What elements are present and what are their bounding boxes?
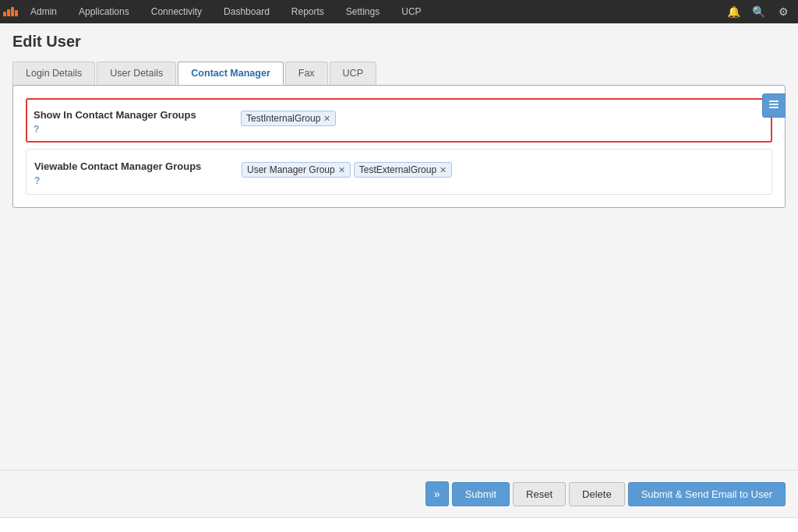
wave3 (11, 7, 14, 16)
gear-icon[interactable]: ⚙ (772, 0, 795, 23)
svg-rect-2 (769, 107, 779, 108)
panel-sidebar-toggle[interactable] (762, 93, 786, 118)
tab-login-details[interactable]: Login Details (12, 62, 95, 85)
wave2 (7, 9, 10, 16)
nav-items: Admin Applications Connectivity Dashboar… (19, 0, 722, 23)
search-icon[interactable]: 🔍 (747, 0, 770, 23)
tab-bar: Login Details User Details Contact Manag… (12, 62, 786, 85)
footer-brand: voxlink Powered by Voxlink FreePBX is a … (0, 517, 798, 532)
viewable-groups-help[interactable]: ? (34, 175, 237, 186)
nav-item-ucp[interactable]: UCP (390, 0, 432, 23)
page-title: Edit User (12, 33, 786, 51)
tag-test-external-label: TestExternalGroup (359, 164, 436, 175)
tag-test-internal-label: TestInternalGroup (246, 113, 320, 124)
footer-actions: » Submit Reset Delete Submit & Send Emai… (0, 470, 798, 517)
reset-button[interactable]: Reset (513, 482, 566, 506)
toggle-button[interactable]: » (425, 481, 449, 506)
tag-user-manager: User Manager Group ✕ (242, 162, 351, 178)
submit-email-button[interactable]: Submit & Send Email to User (628, 482, 786, 506)
tag-user-manager-label: User Manager Group (247, 164, 335, 175)
viewable-groups-row: Viewable Contact Manager Groups ? User M… (26, 149, 772, 195)
nav-right-icons: 🔔 🔍 ⚙ (722, 0, 795, 23)
wave1 (3, 12, 6, 16)
nav-item-settings[interactable]: Settings (335, 0, 390, 23)
nav-item-admin[interactable]: Admin (19, 0, 68, 23)
nav-item-connectivity[interactable]: Connectivity (140, 0, 213, 23)
tab-panel-contact-manager: Show In Contact Manager Groups ? TestInt… (12, 85, 786, 208)
tag-test-internal-remove[interactable]: ✕ (323, 115, 330, 123)
nav-item-dashboard[interactable]: Dashboard (213, 0, 281, 23)
show-in-groups-label: Show In Contact Manager Groups ? (34, 106, 236, 135)
wave4 (15, 10, 18, 16)
svg-rect-1 (769, 104, 779, 105)
submit-button[interactable]: Submit (452, 482, 510, 506)
logo-waves (3, 7, 18, 16)
nav-item-applications[interactable]: Applications (68, 0, 140, 23)
show-in-groups-row: Show In Contact Manager Groups ? TestInt… (26, 98, 772, 143)
tag-user-manager-remove[interactable]: ✕ (338, 166, 345, 174)
top-navigation: Admin Applications Connectivity Dashboar… (0, 0, 798, 23)
svg-rect-0 (769, 100, 779, 102)
viewable-groups-field[interactable]: User Manager Group ✕ TestExternalGroup ✕ (237, 157, 764, 182)
tag-test-external: TestExternalGroup ✕ (354, 162, 452, 178)
tab-user-details[interactable]: User Details (97, 62, 176, 85)
viewable-groups-label: Viewable Contact Manager Groups ? (34, 157, 237, 186)
tab-contact-manager[interactable]: Contact Manager (178, 62, 283, 85)
tab-fax[interactable]: Fax (285, 62, 328, 85)
tag-test-internal: TestInternalGroup ✕ (241, 111, 336, 126)
page-content: Edit User Login Details User Details Con… (0, 23, 798, 470)
notification-icon[interactable]: 🔔 (722, 0, 745, 23)
show-in-groups-help[interactable]: ? (34, 124, 236, 135)
show-in-groups-field[interactable]: TestInternalGroup ✕ (236, 106, 764, 131)
nav-item-reports[interactable]: Reports (281, 0, 335, 23)
tab-ucp[interactable]: UCP (330, 62, 376, 85)
tag-test-external-remove[interactable]: ✕ (440, 166, 447, 174)
delete-button[interactable]: Delete (569, 482, 625, 506)
